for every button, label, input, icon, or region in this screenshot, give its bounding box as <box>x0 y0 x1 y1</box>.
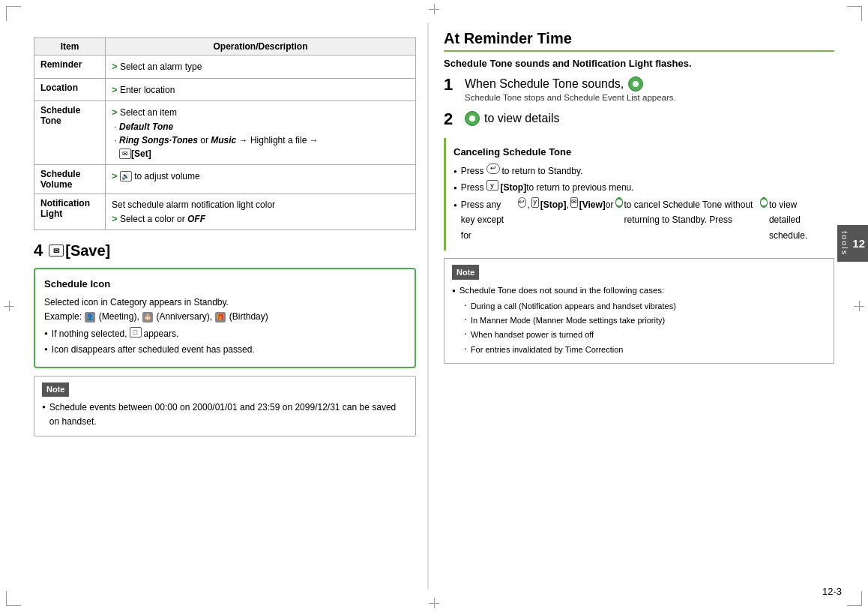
note-sub-1: During a call (Notification appears and … <box>464 299 826 313</box>
arrow-schedule-volume: > <box>112 170 118 182</box>
table-item-reminder: Reminder <box>34 56 106 79</box>
page-number: 12-3 <box>822 586 842 597</box>
step-2-row: 2 to view details <box>444 111 834 129</box>
note-box-left: Note Schedule events between 00:00 on 20… <box>34 376 416 436</box>
icon-end-call: ↩ <box>486 164 500 174</box>
note-sub-3: When handset power is turned off <box>464 328 826 341</box>
save-icon: ✉ <box>49 244 64 256</box>
table-op-reminder: > Select an alarm type <box>106 56 416 79</box>
section-divider <box>444 50 834 52</box>
corner-mark-br <box>847 591 862 606</box>
table-item-notification: NotificationLight <box>34 194 106 230</box>
table-header-op: Operation/Description <box>106 38 416 56</box>
step-2-main-text: to view details <box>465 111 834 126</box>
note-sub-4: For entries invalidated by Time Correcti… <box>464 343 826 356</box>
step-2-number: 2 <box>444 110 465 129</box>
schedule-icon-line2: Example: 👤 (Meeting), 🎂 (Anniversary), 🎁… <box>44 310 406 324</box>
icon-stop-y: y <box>486 180 498 190</box>
corner-mark-tl <box>6 6 21 21</box>
table-op-schedule-volume: > 🔊 to adjust volume <box>106 164 416 194</box>
step-2-content: to view details <box>465 111 834 126</box>
cancel-bullet-1: Press ↩ to return to Standby. <box>453 164 827 178</box>
schedule-icon-title: Schedule Icon <box>44 277 406 292</box>
icon-stop-2: y <box>531 197 539 208</box>
table-row-location: Location > Enter location <box>34 78 416 101</box>
icon-view: ✉ <box>570 197 578 208</box>
note-label-left: Note <box>42 382 69 398</box>
right-section-title: At Reminder Time <box>444 30 834 47</box>
tone-ring: Ring Songs·Tones <box>119 135 198 146</box>
meeting-icon: 👤 <box>85 312 95 322</box>
step-1-main-text: When Schedule Tone sounds, <box>465 76 834 92</box>
table-row-reminder: Reminder > Select an alarm type <box>34 56 416 79</box>
green-circle-step2 <box>465 111 480 126</box>
schedule-icon-line1: Selected icon in Category appears in Sta… <box>44 296 406 310</box>
green-circle-inline <box>615 197 623 208</box>
table-op-notification: Set schedule alarm notification light co… <box>106 194 416 230</box>
table-item-schedule-volume: ScheduleVolume <box>34 164 106 194</box>
step-1-row: 1 When Schedule Tone sounds, Schedule To… <box>444 76 834 102</box>
center-top-mark <box>429 4 439 14</box>
corner-mark-bl <box>6 591 21 606</box>
table-op-location: > Enter location <box>106 78 416 101</box>
icon-set-envelope: ✉ <box>119 148 131 159</box>
right-panel: At Reminder Time Schedule Tone sounds an… <box>428 22 846 590</box>
step-4-number: 4 <box>34 241 43 260</box>
off-label: OFF <box>187 214 205 224</box>
note-text-left: Schedule events between 00:00 on 2000/01… <box>42 400 408 429</box>
step-1-text: When Schedule Tone sounds, <box>465 77 624 91</box>
arrow-schedule-tone: > <box>112 106 118 118</box>
step-1-number: 1 <box>444 75 465 94</box>
anniversary-icon: 🎂 <box>142 312 153 322</box>
side-right-mark <box>854 301 864 311</box>
note-sub-2: In Manner Mode (Manner Mode settings tak… <box>464 314 826 327</box>
table-row-schedule-tone: ScheduleTone > Select an item · Default … <box>34 101 416 165</box>
note-main-bullet: Schedule Tone does not sound in the foll… <box>452 284 826 298</box>
schedule-icon-bullet1: If nothing selected, □ appears. <box>44 327 406 341</box>
green-circle-inline2 <box>760 197 768 208</box>
step-4-row: 4 ✉ [Save] <box>34 241 416 260</box>
chapter-tab: 12 tools <box>837 225 868 262</box>
arrow-reminder: > <box>112 61 118 72</box>
schedule-icon-box: Schedule Icon Selected icon in Category … <box>34 268 416 368</box>
step-2-text: to view details <box>484 112 560 125</box>
icon-end-2: ↩ <box>518 197 526 208</box>
chapter-word: tools <box>840 231 849 256</box>
table-op-schedule-tone: > Select an item · Default Tone · Ring S… <box>106 101 416 165</box>
table-row-schedule-volume: ScheduleVolume > 🔊 to adjust volume <box>34 164 416 194</box>
canceling-box: Canceling Schedule Tone Press ↩ to retur… <box>444 138 834 250</box>
tone-default: Default Tone <box>119 122 173 132</box>
icon-volume: 🔊 <box>120 171 132 182</box>
green-circle-step1 <box>628 76 643 92</box>
step-4-label: [Save] <box>65 242 110 260</box>
right-section-subtitle: Schedule Tone sounds and Notification Li… <box>444 58 834 69</box>
table-row-notification: NotificationLight Set schedule alarm not… <box>34 194 416 230</box>
main-content: Item Operation/Description Reminder > Se… <box>22 22 846 590</box>
corner-mark-tr <box>847 6 862 21</box>
step-1-sub-text: Schedule Tone stops and Schedule Event L… <box>465 93 834 102</box>
cancel-bullet-3: Press any key except for ↩, y[Stop], ✉[V… <box>453 197 827 243</box>
arrow-location: > <box>112 84 118 95</box>
left-panel: Item Operation/Description Reminder > Se… <box>22 22 427 590</box>
table-header-item: Item <box>34 38 106 56</box>
table-item-schedule-tone: ScheduleTone <box>34 101 106 165</box>
chapter-number: 12 <box>852 237 865 250</box>
tone-music: Music <box>211 135 236 146</box>
icon-nothing-selected: □ <box>130 327 142 338</box>
side-left-mark <box>4 301 14 311</box>
cancel-bullet-2: Press y[Stop] to return to previous menu… <box>453 180 827 195</box>
info-table: Item Operation/Description Reminder > Se… <box>34 38 416 230</box>
arrow-notification: > <box>112 213 118 224</box>
step-1-content: When Schedule Tone sounds, Schedule Tone… <box>465 76 834 102</box>
birthday-icon: 🎁 <box>215 312 226 322</box>
center-bottom-mark <box>429 598 439 608</box>
table-item-location: Location <box>34 78 106 101</box>
note-label-right: Note <box>452 265 479 280</box>
schedule-icon-bullet2: Icon disappears after scheduled event ha… <box>44 343 406 357</box>
note-box-right: Note Schedule Tone does not sound in the… <box>444 258 834 364</box>
canceling-title: Canceling Schedule Tone <box>453 144 827 160</box>
